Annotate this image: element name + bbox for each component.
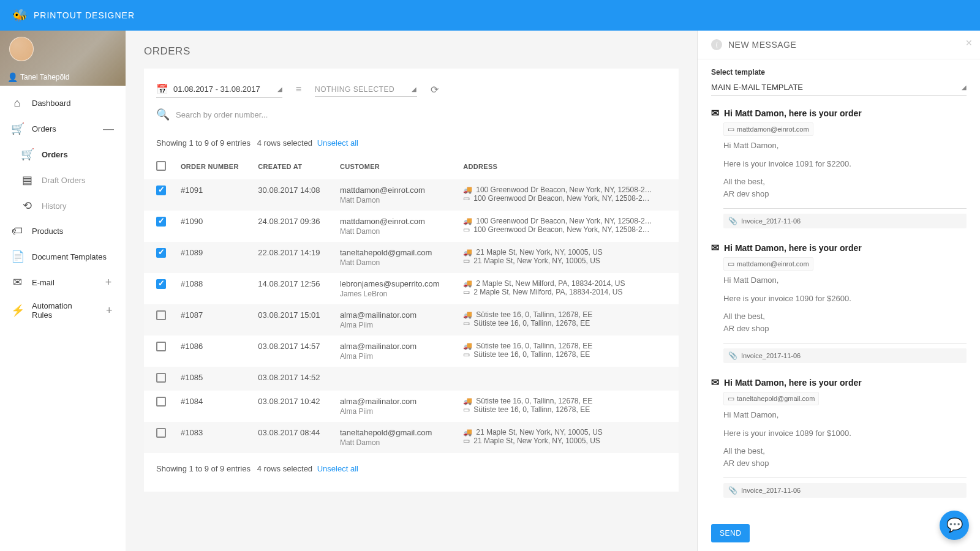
status-filter[interactable]: NOTHING SELECTED ◢	[315, 83, 417, 97]
nav-history[interactable]: ⟲ History	[0, 193, 126, 219]
table-row[interactable]: #109024.08.2017 09:36mattdamon@einrot.co…	[144, 211, 679, 242]
nav-label: Dashboard	[32, 99, 71, 108]
row-checkbox[interactable]	[156, 217, 166, 227]
table-row[interactable]: #109130.08.2017 14:08mattdamon@einrot.co…	[144, 179, 679, 211]
nav-doc-templates[interactable]: 📄 Document Templates	[0, 244, 126, 269]
col-customer[interactable]: CUSTOMER	[334, 154, 457, 179]
table-row[interactable]: #108403.08.2017 10:42alma@mailinator.com…	[144, 391, 679, 422]
table-row[interactable]: #108503.08.2017 14:52	[144, 367, 679, 391]
attachment[interactable]: 📎Invoice_2017-11-06	[723, 214, 967, 228]
table-row[interactable]: #108603.08.2017 14:57alma@mailinator.com…	[144, 335, 679, 367]
message-to[interactable]: ▭mattdamon@einrot.com	[723, 257, 813, 271]
message-to[interactable]: ▭taneltahepold@gmail.com	[723, 392, 819, 405]
nav-orders[interactable]: 🛒 Orders	[0, 141, 126, 167]
address-cell: 🚚21 Maple St, New York, NY, 10005, US▭21…	[457, 242, 679, 273]
search-input[interactable]	[176, 110, 360, 119]
user-icon: 👤	[7, 72, 18, 82]
contact-icon: ▭	[728, 394, 734, 403]
customer-name: Matt Damon	[340, 227, 451, 236]
profile-name[interactable]: 👤 Tanel Tahepõld	[7, 72, 70, 82]
unselect-all-link[interactable]: Unselect all	[317, 138, 358, 148]
search-row: 🔍	[144, 102, 679, 127]
ship-address: 100 Greenwood Dr Beacon, New York, NY, 1…	[476, 186, 652, 194]
message-body[interactable]: Hi Matt Damon,Here is your invoice 1089 …	[723, 409, 967, 478]
nav-dashboard[interactable]: ⌂ Dashboard	[0, 91, 126, 116]
avatar[interactable]	[9, 37, 34, 61]
nav-label: Draft Orders	[42, 176, 86, 185]
message-to[interactable]: ▭mattdamon@einrot.com	[723, 122, 813, 136]
bill-address: Sütiste tee 16, 0, Tallinn, 12678, EE	[473, 350, 590, 359]
row-checkbox[interactable]	[156, 186, 166, 195]
nav-automation[interactable]: ⚡ Automation Rules +	[0, 295, 126, 326]
nav-label: Orders	[42, 150, 68, 159]
chat-bubble[interactable]: 💬	[940, 511, 969, 540]
template-select[interactable]: MAIN E-MAIL TEMPLATE ◢	[711, 79, 967, 96]
compose-body: Select template MAIN E-MAIL TEMPLATE ◢ ✉…	[698, 59, 980, 515]
compose-header: ⟨ NEW MESSAGE ✕	[698, 31, 980, 59]
attachment[interactable]: 📎Invoice_2017-11-06	[723, 483, 967, 498]
summary-showing: Showing 1 to 9 of 9 entries	[156, 138, 251, 148]
summary-top: Showing 1 to 9 of 9 entries 4 rows selec…	[144, 127, 679, 154]
bill-address: 100 Greenwood Dr Beacon, New York, NY, 1…	[473, 225, 649, 234]
customer-name: Matt Damon	[340, 438, 451, 447]
row-checkbox[interactable]	[156, 342, 166, 351]
unselect-all-link[interactable]: Unselect all	[317, 464, 358, 473]
nav-label: History	[42, 201, 66, 211]
filter-icon[interactable]: ≡	[296, 84, 301, 95]
sidebar: 👤 Tanel Tahepõld ⌂ Dashboard 🛒 Orders — …	[0, 31, 126, 551]
expand-icon: +	[102, 276, 115, 289]
page-title: ORDERS	[144, 45, 679, 58]
brand[interactable]: 🐝 PRINTOUT DESIGNER	[12, 8, 135, 23]
nav-draft-orders[interactable]: ▤ Draft Orders	[0, 167, 126, 193]
nav-email[interactable]: ✉ E-mail +	[0, 269, 126, 295]
customer-name: Alma Piim	[340, 321, 451, 329]
truck-icon: 🚚	[463, 248, 472, 257]
created-at: 03.08.2017 15:01	[252, 304, 334, 335]
bill-icon: ▭	[463, 437, 470, 445]
customer-email: mattdamon@einrot.comMatt Damon	[334, 179, 457, 211]
date-range-filter[interactable]: 📅 01.08.2017 - 31.08.2017 ◢	[156, 81, 282, 98]
bill-address: 21 Maple St, New York, NY, 10005, US	[473, 257, 600, 265]
table-row[interactable]: #108303.08.2017 08:44taneltahepold@gmail…	[144, 422, 679, 453]
select-all-checkbox[interactable]	[156, 161, 166, 171]
nav-products[interactable]: 🏷 Products	[0, 219, 126, 244]
close-icon[interactable]: ✕	[965, 38, 973, 48]
attachment-icon: 📎	[728, 351, 737, 360]
col-order-number[interactable]: ORDER NUMBER	[175, 154, 252, 179]
row-checkbox[interactable]	[156, 428, 166, 438]
orders-card: 📅 01.08.2017 - 31.08.2017 ◢ ≡ NOTHING SE…	[144, 69, 679, 492]
send-button[interactable]: SEND	[711, 524, 750, 542]
table-row[interactable]: #108703.08.2017 15:01alma@mailinator.com…	[144, 304, 679, 335]
nav-orders-group[interactable]: 🛒 Orders —	[0, 116, 126, 141]
message-body[interactable]: Hi Matt Damon,Here is your invoice 1091 …	[723, 140, 967, 209]
row-checkbox[interactable]	[156, 279, 166, 289]
refresh-icon[interactable]: ⟳	[431, 84, 439, 96]
row-checkbox[interactable]	[156, 248, 166, 258]
table-row[interactable]: #108922.08.2017 14:19taneltahepold@gmail…	[144, 242, 679, 273]
chevron-down-icon: ◢	[962, 84, 967, 91]
col-address[interactable]: ADDRESS	[457, 154, 679, 179]
table-row[interactable]: #108814.08.2017 12:56lebronjames@superri…	[144, 273, 679, 304]
customer-email: mattdamon@einrot.comMatt Damon	[334, 211, 457, 242]
customer-name: Matt Damon	[340, 258, 451, 267]
select-template-label: Select template	[711, 68, 967, 77]
truck-icon: 🚚	[463, 397, 472, 405]
calendar-icon: 📅	[156, 83, 168, 95]
user-name: Tanel Tahepõld	[20, 73, 70, 81]
back-icon[interactable]: ⟨	[711, 39, 722, 50]
customer-name: Alma Piim	[340, 352, 451, 361]
row-checkbox[interactable]	[156, 397, 166, 407]
row-checkbox[interactable]	[156, 310, 166, 320]
message-preview: ✉Hi Matt Damon, here is your order▭mattd…	[711, 107, 967, 228]
message-subject: ✉Hi Matt Damon, here is your order	[711, 107, 967, 119]
nav: ⌂ Dashboard 🛒 Orders — 🛒 Orders ▤ Draft …	[0, 86, 126, 326]
message-body[interactable]: Hi Matt Damon,Here is your invoice 1090 …	[723, 274, 967, 343]
row-checkbox[interactable]	[156, 373, 166, 383]
customer-name: Matt Damon	[340, 196, 451, 204]
col-created-at[interactable]: CREATED AT	[252, 154, 334, 179]
ship-address: Sütiste tee 16, 0, Tallinn, 12678, EE	[476, 397, 592, 405]
attachment[interactable]: 📎Invoice_2017-11-06	[723, 348, 967, 363]
bill-address: 100 Greenwood Dr Beacon, New York, NY, 1…	[473, 194, 649, 203]
address-cell: 🚚Sütiste tee 16, 0, Tallinn, 12678, EE▭S…	[457, 391, 679, 422]
bill-address: Sütiste tee 16, 0, Tallinn, 12678, EE	[473, 319, 590, 328]
